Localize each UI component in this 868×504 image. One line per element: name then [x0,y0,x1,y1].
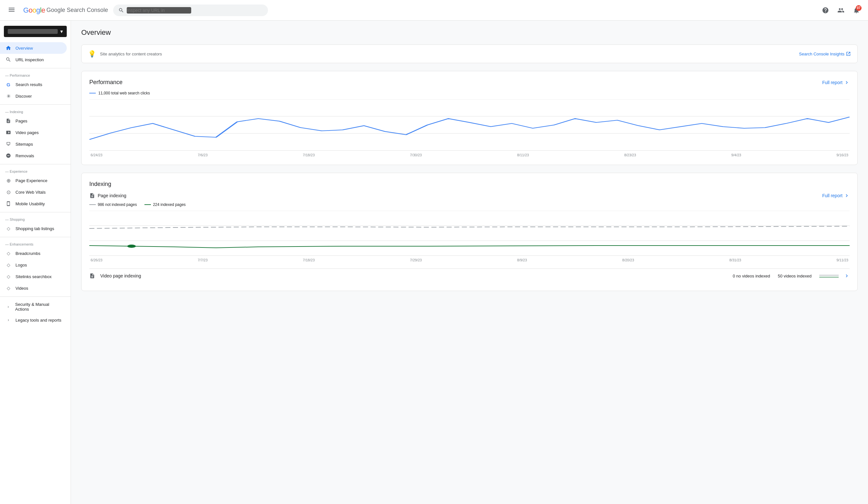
sidebar-item-core-web-vitals-label: Core Web Vitals [16,190,45,195]
indexing-full-report-link[interactable]: Full report [822,193,850,199]
account-button[interactable] [835,4,847,17]
sidebar-section-shopping: — Shopping [0,215,71,223]
indexing-legend-row: 986 not indexed pages 224 indexed pages [89,202,850,207]
svg-point-8 [127,244,136,248]
video-indexing-chevron[interactable] [844,273,850,279]
sidebar-divider-4 [0,212,71,212]
header-actions: 07 [819,4,863,17]
sidebar-item-search-results[interactable]: G Search results [0,78,67,90]
x-label-4: 7/30/23 [410,153,422,157]
sidebar-section-performance: — Performance [0,71,71,78]
notification-count: 07 [856,5,861,11]
sidebar-item-logos-label: Logos [16,263,27,267]
video-indexing-row: Video page indexing 0 no videos indexed … [89,269,850,283]
page-icon [5,118,12,124]
sidebar-item-removals[interactable]: Removals [0,150,67,161]
page-indexing-title: Page indexing [98,193,820,198]
video-indexing-icon [89,273,95,279]
performance-card: Performance Full report 11,000 total web… [81,71,858,165]
sidebar-divider-6 [0,296,71,297]
sidebar-item-sitelinks-searchbox[interactable]: ◇ Sitelinks searchbox [0,271,67,282]
sidebar-item-logos[interactable]: ◇ Logos [0,259,67,271]
sidebar-item-shopping-tab[interactable]: ◇ Shopping tab listings [0,223,67,234]
indexing-chart-area: 6/26/23 7/7/23 7/18/23 7/29/23 8/9/23 8/… [89,211,850,262]
performance-card-title: Performance [89,79,123,86]
search-input[interactable] [127,7,191,13]
logo[interactable]: Google Google Search Console [23,6,108,14]
video-indexing-stats: 0 no videos indexed 50 videos indexed [733,273,839,279]
performance-legend-label: 11,000 total web search clicks [99,91,150,95]
external-link-icon [846,51,851,56]
not-indexed-legend: 986 not indexed pages [89,202,137,207]
sidebar-item-security[interactable]: › Security & Manual Actions [0,300,67,314]
sidebar-item-page-experience[interactable]: ⊕ Page Experience [0,175,67,186]
video-indexed-stat: 50 videos indexed [778,274,812,279]
sidebar-item-mobile-usability-label: Mobile Usability [16,201,45,206]
expand-icon-legacy: › [5,317,12,323]
search-small-icon [5,56,12,63]
sidebar-item-videos[interactable]: ◇ Videos [0,282,67,294]
sidebar-item-video-pages-label: Video pages [16,130,39,135]
sidebar-item-discover[interactable]: ✳ Discover [0,90,67,102]
page-experience-icon: ⊕ [5,177,12,184]
lightbulb-icon: 💡 [88,50,96,58]
sidebar-item-url-inspection[interactable]: URL inspection [0,54,67,65]
breadcrumbs-icon: ◇ [5,250,12,256]
performance-chart-svg [89,99,850,151]
indexing-card-title: Indexing [89,181,111,188]
video-mini-chart [819,273,839,279]
property-selector[interactable]: ██████████ ▾ [4,26,67,37]
idx-x-label-1: 6/26/23 [91,258,103,262]
idx-x-label-3: 7/18/23 [303,258,315,262]
idx-x-label-4: 7/29/23 [410,258,422,262]
app-header: Google Google Search Console 07 [0,0,868,21]
indexed-label: 224 indexed pages [153,202,185,207]
sitelinks-icon: ◇ [5,273,12,280]
search-console-insights-link[interactable]: Search Console Insights [799,51,851,56]
hamburger-menu[interactable] [5,3,18,17]
not-indexed-label: 986 not indexed pages [98,202,137,207]
insights-link-text: Search Console Insights [799,52,845,56]
expand-icon-security: › [5,304,11,310]
search-bar[interactable] [113,4,268,16]
sidebar-item-pages[interactable]: Pages [0,115,67,127]
performance-card-header: Performance Full report [89,79,850,86]
video-mini-chart-svg [819,273,839,279]
idx-x-label-6: 8/20/23 [622,258,634,262]
page-indexing-section: Page indexing Full report 986 not indexe… [89,193,850,262]
page-indexing-header: Page indexing Full report [89,193,850,199]
sidebar-section-experience: — Experience [0,167,71,175]
video-not-indexed-stat: 0 no videos indexed [733,274,770,279]
sidebar-item-breadcrumbs-label: Breadcrumbs [16,251,40,256]
removals-icon [5,153,12,159]
x-label-6: 8/23/23 [624,153,636,157]
x-label-2: 7/6/23 [198,153,208,157]
sidebar-item-breadcrumbs[interactable]: ◇ Breadcrumbs [0,248,67,259]
video-indexing-title: Video page indexing [100,273,728,279]
sidebar-item-security-label: Security & Manual Actions [15,302,62,312]
notifications-button[interactable]: 07 [850,4,863,17]
performance-x-labels: 6/24/23 7/6/23 7/18/23 7/30/23 8/11/23 8… [89,153,850,157]
sidebar-item-video-pages[interactable]: Video pages [0,127,67,138]
sidebar-section-indexing: — Indexing [0,107,71,115]
indexed-line [144,204,151,205]
sidebar-divider-5 [0,237,71,237]
sidebar-item-core-web-vitals[interactable]: ⊙ Core Web Vitals [0,186,67,198]
sidebar-item-search-results-label: Search results [16,82,42,87]
indexing-full-report-text: Full report [822,193,843,198]
performance-full-report-link[interactable]: Full report [822,80,850,85]
sidebar-item-mobile-usability[interactable]: Mobile Usability [0,198,67,209]
sidebar-divider-3 [0,164,71,164]
discover-icon: ✳ [5,93,12,99]
performance-legend: 11,000 total web search clicks [89,91,850,95]
insights-banner: 💡 Site analytics for content creators Se… [81,44,858,63]
x-label-5: 8/11/23 [517,153,529,157]
sidebar-item-overview[interactable]: Overview [0,42,67,54]
mobile-icon [5,200,12,207]
sidebar-item-sitemaps[interactable]: Sitemaps [0,138,67,150]
page-title: Overview [81,28,858,37]
sidebar-item-legacy[interactable]: › Legacy tools and reports [0,314,67,326]
help-button[interactable] [819,4,832,17]
google-g-icon: G [5,81,12,88]
x-label-7: 9/4/23 [731,153,741,157]
